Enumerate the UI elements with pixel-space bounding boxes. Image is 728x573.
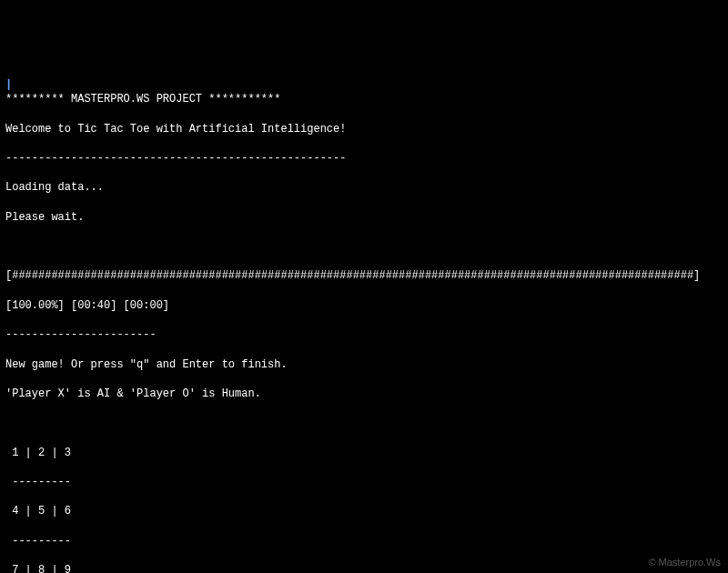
please-wait-line: Please wait. <box>5 210 723 225</box>
progress-stats: [100.00%] [00:40] [00:00] <box>5 298 723 313</box>
board1-row3: 7 | 8 | 9 <box>5 563 723 573</box>
board1-row1: 1 | 2 | 3 <box>5 446 723 460</box>
blank-line <box>5 239 723 254</box>
board1-div1: --------- <box>5 475 723 489</box>
board1-div2: --------- <box>5 534 723 548</box>
board1-row2: 4 | 5 | 6 <box>5 504 723 518</box>
welcome-line: Welcome to Tic Tac Toe with Artificial I… <box>5 122 723 136</box>
progress-bar: [#######################################… <box>5 268 723 283</box>
watermark: © Masterpro.Ws <box>648 556 721 569</box>
terminal-output[interactable]: |********* MASTERPRO.WS PROJECT ********… <box>5 63 723 573</box>
blank-line <box>5 416 723 430</box>
cursor-caret: | <box>5 78 12 91</box>
divider-short: ----------------------- <box>5 327 723 342</box>
new-game-line: New game! Or press "q" and Enter to fini… <box>5 357 723 372</box>
players-line: 'Player X' is AI & 'Player O' is Human. <box>5 387 723 401</box>
divider: ----------------------------------------… <box>5 151 723 166</box>
loading-line: Loading data... <box>5 180 723 195</box>
title-line: ********* MASTERPRO.WS PROJECT *********… <box>5 92 723 106</box>
